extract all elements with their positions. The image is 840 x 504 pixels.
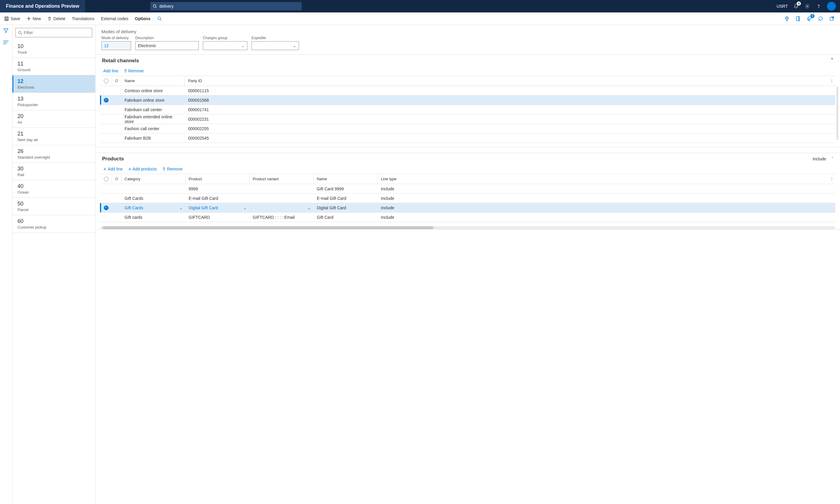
product-category-cell[interactable]: Gift Cards⌄: [122, 203, 186, 212]
office-icon[interactable]: [796, 16, 801, 21]
retail-row[interactable]: Contoso online store 000001115: [100, 86, 835, 95]
save-button[interactable]: Save: [4, 16, 20, 21]
avatar[interactable]: [827, 2, 836, 11]
retail-col-party[interactable]: Party ID: [185, 76, 249, 86]
product-row[interactable]: Gift Cards E-mail Gift Card E-mail Gift …: [100, 194, 835, 203]
mode-list-item[interactable]: 60Customer pickup: [13, 215, 95, 233]
product-product-cell[interactable]: 9999: [186, 184, 250, 193]
retail-name-cell[interactable]: Contoso online store: [122, 86, 185, 95]
list-filter[interactable]: [15, 28, 92, 37]
retail-remove[interactable]: Remove: [124, 69, 144, 73]
retail-party-cell[interactable]: 000002231: [185, 114, 249, 124]
product-variant-cell[interactable]: ⌄: [250, 203, 314, 212]
product-row[interactable]: 9999 Gift Card 9999 Include: [100, 184, 835, 194]
retail-name-cell[interactable]: Fabrikam extended online store: [122, 114, 185, 124]
retail-name-cell[interactable]: Fabrikam call center: [122, 105, 185, 114]
products-col-category[interactable]: Category: [122, 174, 186, 184]
help-icon[interactable]: [816, 3, 822, 9]
retail-name-cell[interactable]: Fashion call center: [122, 124, 185, 133]
product-category-cell[interactable]: Gift cards: [122, 213, 186, 222]
lines-icon[interactable]: [3, 40, 9, 46]
collapse-icon[interactable]: ˄: [832, 157, 834, 161]
new-button[interactable]: New: [27, 16, 41, 21]
retail-row[interactable]: Fashion call center 000002255: [100, 124, 835, 133]
global-search[interactable]: [150, 2, 302, 11]
row-selected-icon[interactable]: [104, 205, 109, 210]
translations-button[interactable]: Translations: [72, 16, 94, 21]
delete-button[interactable]: Delete: [48, 16, 65, 21]
attachments-icon[interactable]: 0: [807, 16, 812, 21]
product-row[interactable]: Gift Cards⌄ Digital Gift Card⌄ ⌄ Digital…: [100, 203, 835, 213]
product-product-cell[interactable]: E-mail Gift Card: [186, 194, 250, 203]
retail-name-cell[interactable]: Fabrikam B2B: [122, 133, 185, 143]
retail-col-name[interactable]: Name: [122, 76, 185, 86]
refresh-icon[interactable]: [818, 16, 823, 21]
product-linetype-cell[interactable]: Include: [378, 184, 401, 193]
product-linetype-cell[interactable]: Include: [378, 194, 401, 203]
mode-input[interactable]: 12: [102, 41, 131, 50]
list-filter-input[interactable]: [24, 30, 90, 35]
charges-select[interactable]: ⌄: [203, 41, 247, 50]
scrollbar[interactable]: [837, 87, 838, 140]
retail-party-cell[interactable]: 000001568: [185, 95, 249, 105]
refresh-col-icon[interactable]: [112, 76, 122, 86]
product-linetype-cell[interactable]: Include: [378, 203, 401, 212]
products-col-variant[interactable]: Product variant: [250, 174, 314, 184]
chevron-down-icon[interactable]: ⌄: [179, 205, 183, 210]
company-code[interactable]: USRT: [776, 4, 788, 8]
retail-party-cell[interactable]: 000001115: [185, 86, 249, 95]
popout-icon[interactable]: [829, 16, 835, 21]
bell-icon[interactable]: 4: [793, 3, 799, 9]
product-category-cell[interactable]: [122, 184, 186, 193]
mode-list-item[interactable]: 10Truck: [13, 40, 95, 58]
refresh-col-icon[interactable]: [112, 174, 122, 184]
products-add-line[interactable]: Add line: [103, 167, 123, 172]
retail-row[interactable]: Fabrikam call center 000001741: [100, 105, 835, 114]
product-linetype-cell[interactable]: Include: [378, 213, 401, 222]
grid-options-icon[interactable]: ⋮: [828, 177, 835, 181]
retail-row[interactable]: Fabrikam extended online store 000002231: [100, 114, 835, 124]
mode-list-item[interactable]: 50Parcel: [13, 198, 95, 215]
retail-party-cell[interactable]: 000001741: [185, 105, 249, 114]
product-category-cell[interactable]: Gift Cards: [122, 194, 186, 203]
product-name-cell[interactable]: Gift Card 9999: [314, 184, 378, 193]
gear-icon[interactable]: [804, 3, 810, 9]
select-all[interactable]: [100, 174, 112, 184]
products-col-linetype[interactable]: Line type: [378, 174, 401, 184]
external-codes-button[interactable]: External codes: [101, 16, 128, 21]
product-name-cell[interactable]: Gift Card: [314, 213, 378, 222]
product-row[interactable]: Gift cards GIFTCARD GIFTCARD : : : : Ema…: [100, 213, 835, 222]
mode-list-item[interactable]: 11Ground: [13, 58, 95, 75]
mode-list-item[interactable]: 13Pickuporder: [13, 93, 95, 110]
retail-party-cell[interactable]: 000002255: [185, 124, 249, 133]
products-col-product[interactable]: Product: [186, 174, 250, 184]
funnel-icon[interactable]: [3, 28, 9, 34]
product-name-cell[interactable]: E-mail Gift Card: [314, 194, 378, 203]
products-col-name[interactable]: Name: [314, 174, 378, 184]
diamond-icon[interactable]: [784, 16, 790, 21]
row-selected-icon[interactable]: [104, 98, 109, 103]
retail-party-cell[interactable]: 000002545: [185, 133, 249, 143]
product-variant-cell[interactable]: [250, 194, 314, 203]
chevron-down-icon[interactable]: ⌄: [307, 205, 311, 210]
product-variant-cell[interactable]: [250, 184, 314, 193]
options-button[interactable]: Options: [135, 16, 151, 21]
chevron-down-icon[interactable]: ⌄: [243, 205, 247, 210]
product-product-cell[interactable]: Digital Gift Card⌄: [186, 203, 250, 212]
retail-add-line[interactable]: Add line: [103, 69, 118, 73]
collapse-icon[interactable]: ˄: [831, 57, 834, 64]
mode-list-item[interactable]: 21Next day air: [13, 128, 95, 145]
product-product-cell[interactable]: GIFTCARD: [186, 213, 250, 222]
select-all[interactable]: [100, 76, 112, 86]
mode-list-item[interactable]: 30Rail: [13, 163, 95, 180]
global-search-input[interactable]: [159, 4, 299, 8]
include-label[interactable]: Include: [813, 157, 826, 161]
mode-list-item[interactable]: 20Air: [13, 110, 95, 128]
products-add-products[interactable]: Add products: [128, 167, 157, 172]
retail-row[interactable]: Fabrikam online store 000001568: [100, 95, 835, 105]
products-remove[interactable]: Remove: [162, 167, 182, 172]
grid-options-icon[interactable]: ⋮: [828, 78, 835, 83]
retail-name-cell[interactable]: Fabrikam online store: [122, 95, 185, 105]
expedite-select[interactable]: ⌄: [252, 41, 299, 50]
desc-input[interactable]: Electronic: [135, 41, 199, 50]
